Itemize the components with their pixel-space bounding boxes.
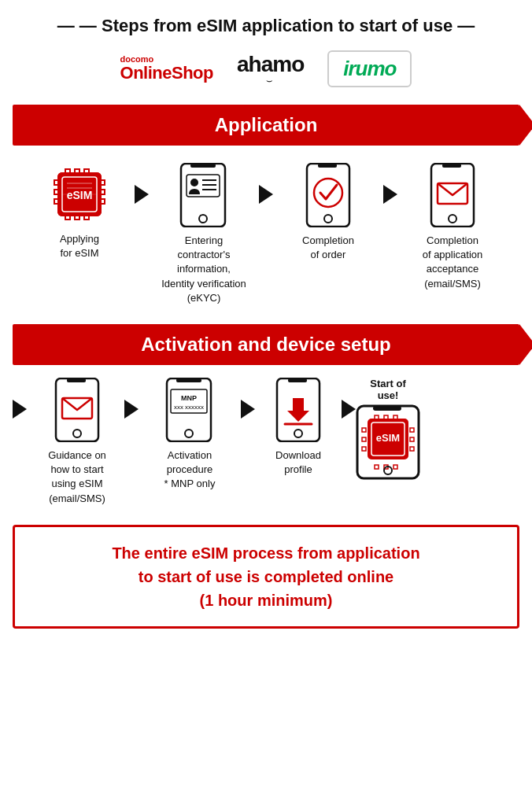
arrow-right-icon-1 [135, 185, 149, 204]
bottom-box-text: The entire eSIM process from application… [31, 541, 501, 612]
docomo-online-label: OnlineShop [120, 64, 213, 83]
activation-section: Activation and device setup [13, 324, 519, 506]
svg-rect-52 [373, 406, 401, 411]
step-label-contractor: Enteringcontractor'sinformation,Identity… [161, 234, 246, 305]
esim-chip-icon: eSIM [51, 166, 108, 223]
start-esim-phone-icon: eSIM [356, 404, 420, 480]
step-completion-acceptance: Completionof applicationacceptance(email… [397, 163, 508, 291]
download-phone-icon [275, 378, 321, 442]
step-icon-id [173, 163, 235, 227]
application-banner: Application [13, 105, 519, 146]
step-icon-guidance [54, 378, 100, 442]
page-title: — — Steps from eSIM application to start… [13, 16, 519, 36]
svg-rect-46 [288, 378, 307, 382]
step-icon-email [430, 163, 475, 227]
page: — — Steps from eSIM application to start… [0, 0, 532, 648]
arrow-right-icon-b [241, 400, 255, 419]
irumo-brand: irumo [327, 50, 412, 87]
arrow-right-icon-c [342, 400, 356, 419]
step-mnp-activation: MNP xxx xxxxxx Activationprocedure* MNP … [139, 378, 241, 492]
arrow-right-icon-0 [13, 400, 27, 419]
svg-rect-20 [190, 164, 216, 168]
step-guidance-email: Guidance onhow to startusing eSIM(email/… [30, 378, 124, 506]
step-icon-download [275, 378, 321, 442]
step-label-applying: Applyingfor eSIM [60, 232, 99, 260]
application-steps: eSIM Applyingfor eSIM [13, 163, 519, 305]
step-download-profile: Downloadprofile [255, 378, 342, 477]
svg-text:eSIM: eSIM [67, 189, 93, 201]
arrow-right-icon-2 [259, 185, 273, 204]
activation-banner-text: Activation and device setup [141, 334, 390, 355]
arrow-b [241, 378, 255, 419]
svg-text:MNP: MNP [181, 394, 197, 402]
step-icon-start: eSIM [356, 404, 420, 480]
application-banner-text: Application [215, 114, 318, 135]
step-label-acceptance: Completionof applicationacceptance(email… [423, 234, 483, 291]
svg-rect-28 [318, 164, 337, 168]
svg-point-22 [190, 179, 198, 186]
start-of-use-label: Start ofuse! [370, 378, 406, 401]
svg-text:xxx xxxxxx: xxx xxxxxx [174, 404, 204, 411]
continuation-arrow [13, 378, 30, 419]
check-phone-icon [305, 163, 351, 227]
step-icon-mnp: MNP xxx xxxxxx [159, 378, 220, 442]
step-contractor-info: Enteringcontractor'sinformation,Identity… [149, 163, 259, 305]
svg-rect-47 [293, 398, 304, 411]
svg-rect-36 [67, 378, 86, 382]
svg-rect-32 [442, 164, 461, 168]
step-applying-esim: eSIM Applyingfor eSIM [24, 163, 135, 260]
docomo-brand: docomo OnlineShop [120, 54, 213, 83]
arrow-2 [259, 163, 273, 204]
arrow-right-icon-3 [383, 185, 397, 204]
ahamo-smile: ⌣ [266, 74, 275, 87]
step-completion-order: Completionof order [273, 163, 383, 262]
svg-text:eSIM: eSIM [376, 432, 400, 444]
step-icon-check [305, 163, 351, 227]
title-text: — Steps from eSIM application to start o… [79, 16, 475, 35]
arrow-a [124, 378, 139, 419]
step-label-completion-order: Completionof order [302, 234, 354, 262]
step-start-of-use: Start ofuse! eSIM [356, 378, 420, 486]
arrow-c [342, 378, 356, 419]
brands-row: docomo OnlineShop ahamo ⌣ irumo [13, 50, 519, 87]
irumo-label: irumo [343, 57, 396, 80]
activation-steps-row: Guidance onhow to startusing eSIM(email/… [13, 378, 519, 506]
step-label-mnp: Activationprocedure* MNP only [164, 448, 216, 492]
email-phone-icon-2 [54, 378, 100, 442]
step-label-download: Downloadprofile [275, 448, 321, 477]
arrow-1 [135, 163, 149, 204]
svg-rect-40 [176, 378, 201, 382]
mnp-phone-icon: MNP xxx xxxxxx [159, 378, 220, 442]
arrow-3 [383, 163, 397, 204]
bottom-info-box: The entire eSIM process from application… [13, 525, 519, 629]
step-icon-esim: eSIM [51, 163, 108, 226]
activation-banner: Activation and device setup [13, 324, 519, 365]
id-card-phone-icon [173, 163, 235, 227]
arrow-right-icon-a [124, 400, 139, 419]
email-phone-icon-1 [430, 163, 475, 227]
ahamo-brand: ahamo ⌣ [237, 52, 304, 87]
step-label-guidance: Guidance onhow to startusing eSIM(email/… [48, 448, 106, 506]
